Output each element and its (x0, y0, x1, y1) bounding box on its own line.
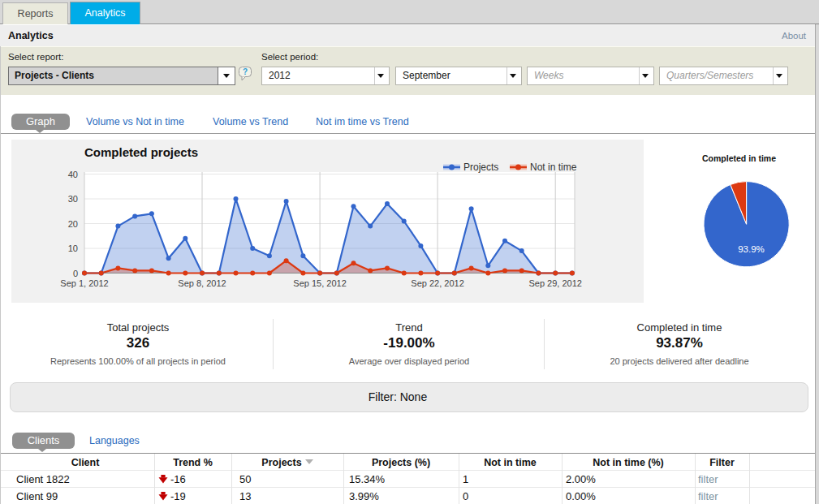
svg-text:10: 10 (68, 243, 78, 253)
svg-text:93.9%: 93.9% (738, 244, 765, 254)
svg-text:Not in time: Not in time (530, 162, 577, 173)
svg-text:30: 30 (68, 194, 78, 204)
svg-text:0: 0 (73, 269, 78, 278)
svg-text:Projects: Projects (463, 162, 498, 173)
svg-text:Sep 29, 2012: Sep 29, 2012 (528, 278, 581, 288)
svg-text:?: ? (243, 67, 248, 76)
svg-text:Sep 1, 2012: Sep 1, 2012 (60, 278, 108, 288)
svg-text:20: 20 (68, 219, 78, 229)
svg-text:Sep 22, 2012: Sep 22, 2012 (411, 278, 463, 288)
svg-text:Sep 15, 2012: Sep 15, 2012 (293, 278, 346, 288)
svg-text:40: 40 (68, 170, 78, 179)
svg-text:Sep 8, 2012: Sep 8, 2012 (178, 278, 226, 288)
